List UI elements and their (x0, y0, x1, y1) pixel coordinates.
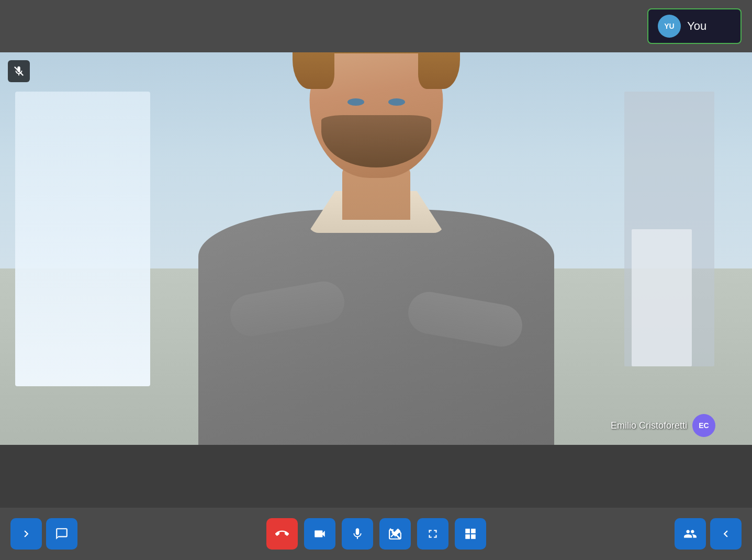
mute-video-button[interactable] (379, 518, 411, 550)
person-figure (0, 52, 752, 445)
collapse-right-button[interactable] (710, 518, 742, 550)
you-card: YU You (647, 8, 742, 44)
top-bar: YU You (0, 0, 752, 52)
you-avatar: YU (658, 15, 681, 38)
camera-button[interactable] (304, 518, 335, 550)
chat-button[interactable] (46, 518, 77, 550)
participant-name: Emilio Cristoforetti (611, 420, 687, 431)
center-controls (266, 518, 486, 550)
main-video: Emilio Cristoforetti EC (0, 52, 752, 445)
fullscreen-button[interactable] (417, 518, 448, 550)
left-controls (10, 518, 77, 550)
mute-indicator (8, 60, 30, 82)
participants-button[interactable] (675, 518, 706, 550)
hangup-button[interactable] (266, 518, 298, 550)
right-controls (675, 518, 742, 550)
control-bar (0, 508, 752, 560)
mic-button[interactable] (342, 518, 373, 550)
participant-label: Emilio Cristoforetti EC (611, 414, 715, 437)
you-name-label: You (687, 19, 706, 33)
grid-button[interactable] (455, 518, 486, 550)
participant-avatar: EC (692, 414, 715, 437)
expand-button[interactable] (10, 518, 42, 550)
